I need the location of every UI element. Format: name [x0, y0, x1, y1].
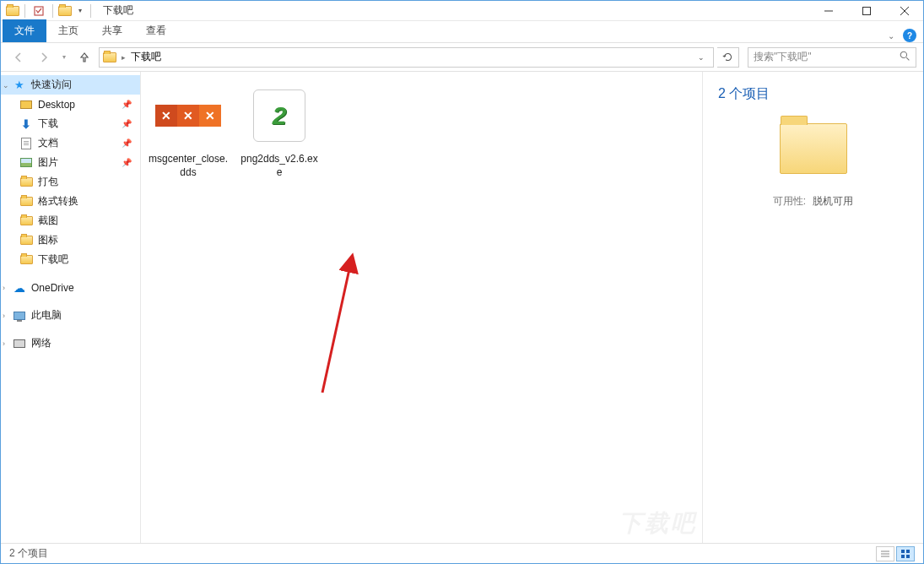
- sidebar-item-folder[interactable]: 截图: [1, 211, 140, 230]
- refresh-button[interactable]: [717, 47, 739, 68]
- close-button[interactable]: [885, 1, 923, 20]
- files-pane[interactable]: ✕✕✕ msgcenter_close.dds 2 png2dds_v2.6.e…: [141, 72, 702, 543]
- sidebar-label: 快速访问: [31, 78, 72, 92]
- file-item-dds[interactable]: ✕✕✕ msgcenter_close.dds: [148, 82, 229, 179]
- svg-rect-12: [901, 550, 905, 553]
- onedrive-icon: ☁: [13, 281, 26, 295]
- help-icon[interactable]: ?: [903, 29, 916, 42]
- breadcrumb-current[interactable]: 下载吧: [131, 50, 161, 64]
- sidebar-item-pictures[interactable]: 图片 📌: [1, 153, 140, 172]
- folder-icon: [20, 216, 33, 225]
- breadcrumb-sep-icon[interactable]: ▸: [122, 53, 126, 62]
- app-icon[interactable]: [6, 6, 19, 16]
- ribbon-tab-home[interactable]: 主页: [46, 19, 90, 42]
- window-title: 下载吧: [103, 3, 133, 18]
- folder-icon: [20, 177, 33, 187]
- sidebar-item-folder[interactable]: 打包: [1, 172, 140, 192]
- sidebar-item-documents[interactable]: 文档 📌: [1, 133, 140, 153]
- view-icons-button[interactable]: [896, 546, 915, 561]
- sidebar-item-folder[interactable]: 下载吧: [1, 250, 140, 269]
- file-name: png2dds_v2.6.exe: [239, 153, 320, 179]
- view-details-button[interactable]: [876, 546, 894, 561]
- sidebar-item-label: 图标: [38, 233, 58, 247]
- pin-icon: 📌: [122, 100, 132, 109]
- network-icon: [14, 339, 25, 348]
- nav-forward-button[interactable]: [33, 46, 55, 68]
- sidebar-item-folder[interactable]: 图标: [1, 230, 140, 250]
- svg-point-5: [900, 52, 906, 57]
- qat-separator: [24, 4, 25, 18]
- details-pane: 2 个项目 可用性: 脱机可用: [702, 72, 923, 543]
- sidebar-item-folder[interactable]: 格式转换: [1, 192, 140, 211]
- file-thumbnail: 2: [246, 82, 313, 149]
- qat-properties-icon[interactable]: [30, 3, 47, 19]
- document-icon: [21, 138, 31, 149]
- quick-access-toolbar: ▾ 下载吧: [1, 3, 133, 19]
- details-title: 2 个项目: [713, 85, 913, 103]
- qat-customize-dropdown[interactable]: ▾: [75, 7, 85, 14]
- body: ⌄ ★ 快速访问 Desktop 📌 ⬇ 下载 📌 文档 📌 图片: [1, 72, 923, 543]
- download-icon: ⬇: [19, 117, 33, 131]
- sidebar-this-pc[interactable]: › 此电脑: [1, 306, 140, 325]
- navigation-pane[interactable]: ⌄ ★ 快速访问 Desktop 📌 ⬇ 下载 📌 文档 📌 图片: [1, 72, 141, 543]
- qat-separator: [52, 4, 53, 18]
- status-bar: 2 个项目: [1, 543, 923, 563]
- view-switcher: [876, 546, 915, 561]
- sidebar-quick-access[interactable]: ⌄ ★ 快速访问: [1, 75, 140, 95]
- file-item-exe[interactable]: 2 png2dds_v2.6.exe: [239, 82, 320, 179]
- expand-icon[interactable]: ⌄: [3, 81, 9, 89]
- sidebar-item-downloads[interactable]: ⬇ 下载 📌: [1, 114, 140, 133]
- maximize-button[interactable]: [847, 1, 885, 20]
- sidebar-label: OneDrive: [31, 282, 74, 294]
- expand-icon[interactable]: ›: [3, 284, 5, 292]
- details-availability: 可用性: 脱机可用: [713, 194, 913, 209]
- sidebar-item-desktop[interactable]: Desktop 📌: [1, 95, 140, 114]
- expand-icon[interactable]: ›: [3, 312, 5, 320]
- ribbon-tab-share[interactable]: 共享: [90, 19, 134, 42]
- search-icon: [900, 51, 910, 64]
- sidebar-item-label: 下载吧: [38, 252, 68, 267]
- minimize-button[interactable]: [809, 1, 847, 20]
- sidebar-item-label: 文档: [38, 136, 58, 150]
- annotation-arrow: [301, 249, 369, 401]
- ribbon-expand-icon[interactable]: ⌄: [888, 31, 894, 41]
- title-bar: ▾ 下载吧: [1, 1, 923, 21]
- svg-rect-2: [862, 7, 870, 14]
- svg-line-8: [322, 258, 352, 393]
- sidebar-label: 网络: [31, 336, 51, 350]
- folder-icon: [20, 197, 33, 206]
- sidebar-item-label: 格式转换: [38, 194, 78, 209]
- file-thumbnail: ✕✕✕: [154, 82, 222, 149]
- svg-rect-14: [901, 555, 905, 558]
- sidebar-label: 此电脑: [31, 308, 62, 323]
- content-area: ✕✕✕ msgcenter_close.dds 2 png2dds_v2.6.e…: [141, 72, 923, 543]
- status-item-count: 2 个项目: [9, 546, 48, 561]
- qat-new-folder-icon[interactable]: [58, 6, 72, 16]
- ribbon-tab-view[interactable]: 查看: [134, 19, 178, 42]
- search-placeholder: 搜索"下载吧": [754, 50, 812, 64]
- dds-preview-icon: ✕✕✕: [155, 105, 221, 127]
- sidebar-item-label: 图片: [38, 155, 58, 170]
- address-dropdown-icon[interactable]: ⌄: [693, 53, 710, 62]
- file-name: msgcenter_close.dds: [148, 153, 229, 179]
- sidebar-item-label: 打包: [38, 175, 58, 189]
- details-availability-label: 可用性:: [773, 194, 806, 209]
- search-box[interactable]: 搜索"下载吧": [748, 47, 916, 68]
- sidebar-item-label: 下载: [38, 117, 58, 131]
- sidebar-network[interactable]: › 网络: [1, 334, 140, 353]
- watermark: 下载吧: [619, 507, 697, 540]
- navigation-bar: ▾ ▸ 下载吧 ⌄ 搜索"下载吧": [1, 43, 923, 72]
- sidebar-onedrive[interactable]: › ☁ OneDrive: [1, 278, 140, 297]
- pin-icon: 📌: [122, 138, 132, 148]
- sidebar-item-label: Desktop: [38, 99, 75, 111]
- pin-icon: 📌: [122, 158, 132, 167]
- expand-icon[interactable]: ›: [3, 339, 5, 348]
- address-folder-icon: [103, 52, 116, 62]
- ribbon-tab-file[interactable]: 文件: [3, 19, 46, 42]
- address-bar[interactable]: ▸ 下载吧 ⌄: [99, 47, 714, 68]
- qat-separator: [90, 4, 91, 18]
- sidebar-item-label: 截图: [38, 214, 58, 228]
- nav-back-button[interactable]: [8, 46, 30, 68]
- nav-up-button[interactable]: [73, 46, 95, 68]
- nav-recent-dropdown[interactable]: ▾: [58, 46, 70, 68]
